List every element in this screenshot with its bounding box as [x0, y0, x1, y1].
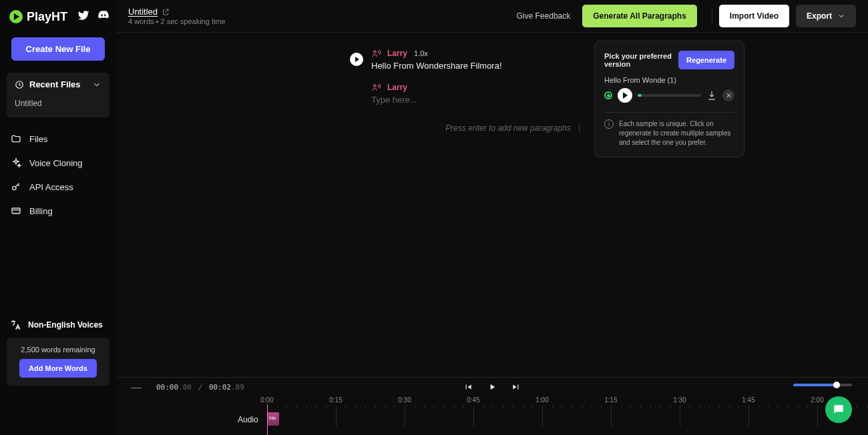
translate-icon	[9, 319, 21, 331]
words-remaining: 2,500 words remaining	[13, 346, 103, 354]
play-icon[interactable]	[487, 382, 497, 392]
info-icon: i	[604, 119, 614, 129]
folder-icon	[11, 133, 21, 144]
speaker-name[interactable]: Larry	[387, 83, 407, 92]
delete-sample-button[interactable]: ✕	[722, 89, 734, 101]
key-icon	[11, 181, 21, 192]
import-video-button[interactable]: Import Video	[719, 5, 789, 27]
audio-clip[interactable]: He	[267, 412, 279, 426]
sidebar-item-label: API Access	[29, 182, 73, 192]
brand-name: PlayHT	[27, 10, 67, 24]
generate-all-button[interactable]: Generate All Paragraphs	[582, 5, 697, 27]
divider	[712, 9, 712, 23]
document-title[interactable]: Untitled	[128, 7, 158, 17]
recent-files-section: Recent Files Untitled	[7, 73, 110, 117]
speaker-icon	[371, 49, 381, 58]
svg-point-4	[374, 85, 377, 87]
discord-icon[interactable]	[97, 9, 110, 24]
recent-files-label: Recent Files	[29, 79, 81, 89]
svg-point-1	[13, 186, 16, 189]
sparkle-icon	[11, 157, 21, 168]
prev-icon[interactable]	[463, 382, 473, 392]
export-label: Export	[807, 11, 832, 21]
export-button[interactable]: Export	[796, 5, 856, 27]
create-new-file-button[interactable]: Create New File	[11, 37, 105, 61]
play-icon	[623, 92, 628, 99]
clock-icon	[15, 80, 24, 89]
speaker-icon	[371, 83, 381, 92]
svg-rect-2	[12, 208, 20, 213]
volume-slider[interactable]	[793, 384, 852, 386]
regenerate-button[interactable]: Regenerate	[678, 51, 734, 69]
audio-track[interactable]: He	[267, 412, 279, 426]
play-icon	[9, 10, 23, 23]
sidebar-item-billing[interactable]: Billing	[7, 199, 110, 223]
recent-file-item[interactable]: Untitled	[15, 96, 101, 111]
play-icon	[355, 57, 359, 62]
sample-select-radio[interactable]	[604, 91, 612, 99]
topbar: Untitled 4 words • 2 sec speaking time G…	[116, 0, 868, 33]
non-english-voices[interactable]: Non-English Voices	[7, 312, 110, 338]
speed-badge[interactable]: 1.0x	[414, 49, 428, 57]
timeline-ruler[interactable]: 0:000:150:300:451:001:151:301:452:002:15…	[238, 396, 868, 408]
sidebar-item-files[interactable]: Files	[7, 127, 110, 151]
chevron-down-icon	[92, 80, 101, 89]
panel-title: Pick your preferred version	[604, 52, 678, 68]
next-icon[interactable]	[511, 382, 521, 392]
player: — 00:00.00 / 00:02.89 0:000:150:300:451:…	[116, 377, 868, 435]
info-text: Each sample is unique. Click on regenera…	[619, 119, 734, 147]
twitter-icon[interactable]	[77, 9, 89, 24]
sidebar-item-api-access[interactable]: API Access	[7, 175, 110, 199]
sample-row: ✕	[604, 88, 734, 103]
document-subtitle: 4 words • 2 sec speaking time	[128, 17, 226, 25]
main: Untitled 4 words • 2 sec speaking time G…	[116, 0, 868, 435]
sidebar-item-label: Files	[29, 134, 47, 144]
external-link-icon[interactable]	[162, 8, 170, 16]
sidebar-item-label: Voice Cloning	[29, 158, 83, 168]
sample-title: Hello From Wonde (1)	[604, 76, 734, 84]
give-feedback-link[interactable]: Give Feedback	[517, 11, 571, 21]
sample-progress[interactable]	[638, 94, 701, 97]
words-remaining-box: 2,500 words remaining Add More Words	[7, 338, 110, 386]
sidebar-item-label: Billing	[29, 206, 53, 216]
transport-controls	[463, 382, 521, 392]
chat-bubble-button[interactable]	[825, 396, 852, 423]
play-paragraph-button[interactable]	[350, 53, 363, 66]
track-label: Audio	[238, 415, 258, 424]
non-english-label: Non-English Voices	[28, 320, 103, 330]
sidebar-item-voice-cloning[interactable]: Voice Cloning	[7, 151, 110, 175]
play-sample-button[interactable]	[618, 88, 632, 103]
brand-logo[interactable]: PlayHT	[9, 10, 67, 24]
time-display: 00:00.00 / 00:02.89	[156, 383, 244, 392]
chat-icon	[832, 403, 845, 416]
card-icon	[11, 205, 21, 216]
collapse-player-button[interactable]: —	[116, 382, 156, 393]
download-icon[interactable]	[706, 90, 717, 101]
recent-files-header[interactable]: Recent Files	[15, 79, 101, 89]
svg-point-3	[374, 51, 377, 53]
versions-panel: Pick your preferred version Regenerate H…	[594, 41, 744, 157]
speaker-name[interactable]: Larry	[387, 49, 407, 58]
add-more-words-button[interactable]: Add More Words	[19, 359, 97, 378]
sidebar: PlayHT Create New File Recent Files Unti…	[0, 0, 116, 435]
playhead[interactable]	[267, 404, 268, 435]
chevron-down-icon	[837, 12, 845, 20]
